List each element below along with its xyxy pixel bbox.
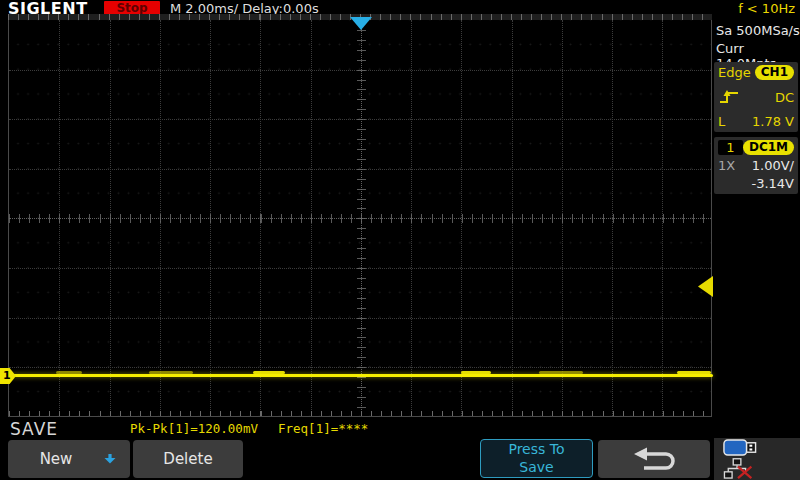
center-axis-ticks-vertical: [357, 20, 366, 416]
return-arrow-icon: [632, 446, 676, 472]
trigger-source-badge: CH1: [755, 65, 794, 80]
channel-scale-value: 1.00V/: [752, 158, 794, 173]
graticule-bottom-ticks: [9, 411, 711, 416]
trace-noise-bump: [56, 371, 82, 374]
trigger-level-value: 1.78 V: [752, 114, 794, 129]
oscilloscope-screen: SIGLENT Stop M 2.00ms/ Delay:0.00s f < 1…: [0, 0, 800, 480]
rising-edge-icon: [718, 89, 740, 105]
new-button-label: New: [40, 450, 73, 468]
usb-drive-icon: [723, 439, 757, 456]
press-to-save-button[interactable]: Press To Save: [480, 439, 593, 478]
trace-noise-bump: [253, 371, 285, 374]
trace-noise-bump: [149, 371, 193, 374]
channel1-status-panel: 1 DC1M 1X 1.00V/ -3.14V: [714, 137, 798, 194]
trace-noise-bump: [539, 371, 583, 374]
press-to-save-line2: Save: [519, 459, 553, 477]
graticule: [8, 20, 712, 417]
probe-attenuation-label: 1X: [718, 158, 735, 173]
new-button[interactable]: New: [8, 440, 130, 478]
channel-coupling-badge: DC1M: [743, 140, 794, 155]
trigger-status-panel: Edge CH1 DC L 1.78 V: [714, 62, 798, 132]
measurement-freq: Freq[1]=****: [278, 421, 368, 436]
delete-button[interactable]: Delete: [133, 440, 243, 478]
measurement-pkpk: Pk-Pk[1]=120.00mV: [130, 421, 258, 436]
channel-offset-value: -3.14V: [751, 176, 794, 191]
trace-noise-bump: [461, 371, 491, 374]
frequency-counter: f < 10Hz: [738, 1, 795, 16]
trigger-coupling-label: DC: [775, 90, 794, 105]
trigger-type-label: Edge: [718, 65, 751, 80]
delete-button-label: Delete: [163, 450, 212, 468]
back-button[interactable]: [598, 440, 710, 478]
lan-disconnected-icon: [723, 458, 753, 479]
press-to-save-line1: Press To: [508, 441, 564, 459]
menu-title: SAVE: [10, 419, 58, 439]
peripheral-status-panel: [714, 438, 800, 480]
ch1-waveform-trace: [9, 374, 713, 377]
channel-number-chip: 1: [718, 140, 743, 155]
trace-noise-bump: [677, 371, 711, 374]
sample-rate-readout: Sa 500MSa/s: [716, 23, 800, 38]
trigger-level-label: L: [718, 114, 725, 129]
dropdown-arrow-icon: [104, 454, 116, 464]
